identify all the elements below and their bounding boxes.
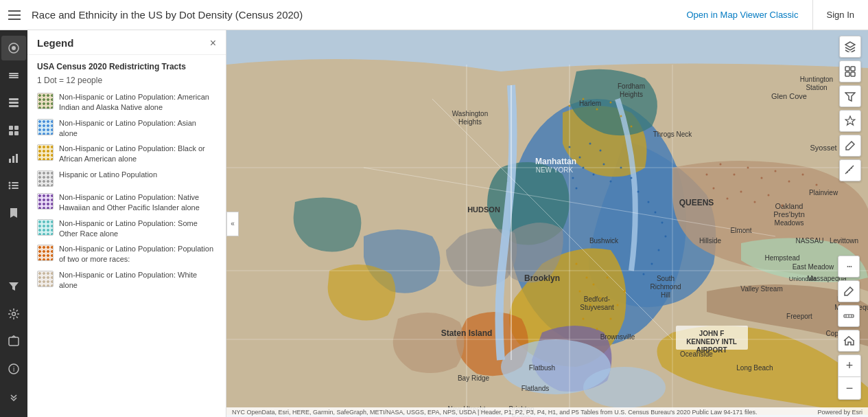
svg-rect-6 [9,102,19,104]
sidebar-icon-apps[interactable] [1,118,26,143]
legend-swatch-other [37,219,54,236]
legend-dot-label: 1 Dot = 12 people [37,76,216,85]
map-svg: Manhattan NEW YORK Harlem Washington Hei… [226,30,868,417]
open-in-viewer-button[interactable]: Open in Map Viewer Classic [672,0,812,30]
svg-point-102 [637,191,640,193]
collapse-panel-button[interactable]: « [226,212,239,236]
legend-item-hispanic: Hispanic or Latino Population [37,170,216,187]
legend-swatch-nhopi [37,193,54,210]
svg-point-126 [620,115,622,117]
svg-text:Syosset: Syosset [810,144,836,152]
map-container[interactable]: Manhattan NEW YORK Harlem Washington Hei… [226,30,868,417]
svg-point-125 [610,102,612,104]
hamburger-menu-button[interactable] [7,7,23,23]
svg-point-123 [583,98,585,100]
legend-title: Legend [37,37,73,49]
svg-rect-12 [9,159,11,163]
sidebar-icon-layers[interactable] [1,63,26,88]
sidebar-icon-home[interactable] [1,36,26,60]
zoom-out-icon: − [846,381,854,396]
sign-in-button[interactable]: Sign In [813,0,868,30]
sidebar-icon-share[interactable] [1,329,26,354]
svg-point-21 [12,313,16,316]
svg-point-15 [9,182,11,184]
svg-text:Station: Station [806,84,827,91]
svg-point-103 [648,201,650,203]
svg-point-1 [12,46,16,50]
svg-rect-4 [9,77,19,78]
hamburger-line-2 [8,14,21,16]
svg-text:HUDSON: HUDSON [467,205,500,214]
map-draw-button[interactable] [839,135,861,157]
map-star-button[interactable] [839,110,861,132]
legend-panel: Legend × USA Census 2020 Redistricting T… [27,30,226,417]
svg-text:i: i [13,365,14,373]
main-area: i Legend × USA Census 2020 Redistricting… [0,30,868,417]
svg-point-122 [569,105,571,107]
svg-point-113 [593,284,595,286]
legend-item-aian: Non-Hispanic or Latino Population: Ameri… [37,92,216,113]
map-attribution: NYC OpenData, Esri, HERE, Garmin, SafeGr… [226,407,868,417]
legend-body: USA Census 2020 Redistricting Tracts 1 D… [27,55,226,303]
svg-rect-14 [16,154,18,163]
left-sidebar: i [0,30,27,417]
svg-rect-16 [12,182,19,183]
map-basemap-button[interactable] [839,60,861,82]
sidebar-icon-expand[interactable] [1,384,26,409]
svg-point-95 [572,177,574,179]
sidebar-icon-filter[interactable] [1,274,26,299]
svg-point-140 [754,201,756,203]
zoom-in-button[interactable]: + [838,355,860,377]
hamburger-line-1 [8,10,21,12]
svg-point-134 [788,181,790,183]
map-home-button[interactable] [838,330,860,352]
svg-point-115 [607,277,609,279]
svg-point-119 [610,318,612,320]
svg-text:Washington: Washington [452,110,488,117]
legend-item-asian: Non-Hispanic or Latino Population: Asian… [37,118,216,139]
map-ruler-button[interactable] [838,305,860,327]
svg-rect-143 [845,67,849,71]
sidebar-icon-list[interactable] [1,173,26,198]
svg-point-129 [720,164,722,166]
sidebar-icon-chart[interactable] [1,146,26,170]
map-filter-button[interactable] [839,85,861,107]
svg-text:Brooklyn: Brooklyn [524,273,560,283]
legend-item-label-hispanic: Hispanic or Latino Population [59,170,157,180]
svg-rect-18 [12,185,19,186]
map-measure-button[interactable] [839,159,861,181]
sidebar-icon-table[interactable] [1,91,26,115]
map-layers-button[interactable] [839,36,861,58]
svg-rect-5 [9,98,19,100]
sidebar-icon-bookmark[interactable] [1,201,26,225]
legend-items-container: Non-Hispanic or Latino Population: Ameri… [37,92,216,291]
svg-text:AIRPORT: AIRPORT [696,346,727,354]
map-more-button[interactable]: ··· [838,256,860,278]
svg-text:Hillside: Hillside [699,237,722,245]
svg-text:Heights: Heights [620,91,643,98]
map-edit-button[interactable] [838,280,860,302]
legend-swatch-aian [37,93,54,109]
svg-point-118 [596,328,598,330]
svg-point-109 [643,273,645,275]
svg-text:Valley Stream: Valley Stream [740,285,783,293]
svg-point-93 [600,150,602,152]
topbar-left: Race and Ethnicity in the US by Dot Dens… [0,7,303,23]
legend-swatch-white [37,271,54,287]
svg-rect-10 [9,131,13,135]
svg-rect-3 [9,75,19,76]
zoom-out-button[interactable]: − [838,377,860,399]
legend-item-label-black: Non-Hispanic or Latino Population: Black… [59,144,216,164]
svg-text:Throgs Neck: Throgs Neck [653,131,693,138]
svg-text:Bedford-: Bedford- [584,295,610,303]
sidebar-icon-settings[interactable] [1,302,26,326]
sidebar-icon-info[interactable]: i [1,357,26,381]
legend-item-label-white: Non-Hispanic or Latino Population: White… [59,270,216,291]
svg-text:Uniondale: Uniondale [789,275,817,282]
svg-text:Stuyvesant: Stuyvesant [580,304,614,311]
legend-close-button[interactable]: × [210,38,216,49]
svg-text:Staten Island: Staten Island [441,328,493,338]
svg-text:KENNEDY INTL: KENNEDY INTL [686,338,737,346]
svg-point-117 [583,318,585,320]
svg-point-90 [569,146,571,148]
